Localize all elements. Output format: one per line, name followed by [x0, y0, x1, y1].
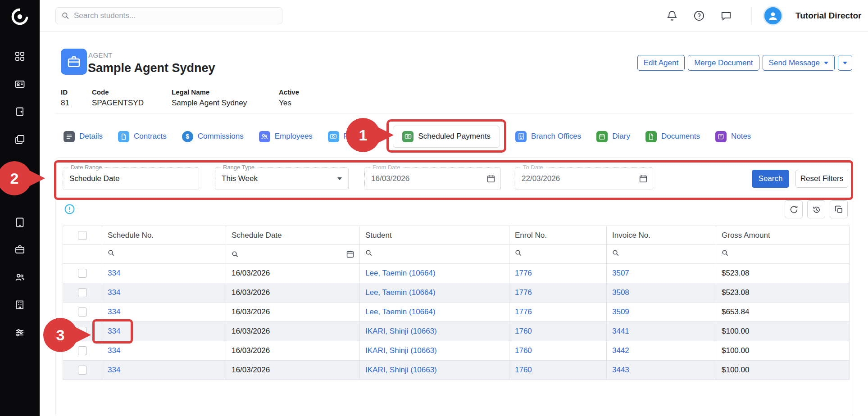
- column-header[interactable]: Enrol No.: [509, 226, 607, 245]
- sidebar-item-organisation[interactable]: [10, 295, 30, 314]
- calendar-icon: [346, 250, 354, 258]
- sliders-icon: [14, 327, 25, 338]
- tab-documents[interactable]: Documents: [645, 131, 700, 142]
- sidebar-item-settings[interactable]: [10, 323, 30, 342]
- agent-entity-icon: [61, 49, 87, 75]
- edit-agent-button[interactable]: Edit Agent: [637, 55, 685, 71]
- merge-document-button[interactable]: Merge Document: [688, 55, 759, 71]
- row-checkbox[interactable]: [78, 327, 87, 336]
- sidebar-item-dashboard[interactable]: [10, 47, 30, 66]
- tab-contracts[interactable]: Contracts: [118, 131, 167, 142]
- column-filter[interactable]: [360, 245, 509, 264]
- tab-payments[interactable]: Payments: [328, 131, 378, 142]
- invoice-no-link[interactable]: 3507: [612, 269, 629, 277]
- enrol-no-link[interactable]: 1760: [515, 366, 532, 374]
- sidebar-item-reports[interactable]: [10, 213, 30, 232]
- to-date-field[interactable]: To Date 22/03/2026: [515, 167, 653, 190]
- select-all-checkbox[interactable]: [78, 231, 87, 240]
- enrol-no-link[interactable]: 1776: [515, 288, 532, 297]
- tab-label: Branch Offices: [531, 132, 581, 141]
- date-range-field[interactable]: Date Range Schedule Date: [63, 167, 199, 190]
- invoice-no-link[interactable]: 3509: [612, 307, 629, 316]
- sidebar-item-classes[interactable]: [10, 130, 30, 149]
- enrol-no-link[interactable]: 1776: [515, 307, 532, 316]
- student-link[interactable]: Lee, Taemin (10664): [365, 269, 436, 277]
- column-filter[interactable]: [716, 245, 850, 264]
- row-checkbox[interactable]: [78, 366, 87, 375]
- search-input[interactable]: [74, 11, 276, 20]
- header-actions: Edit Agent Merge Document Send Message: [637, 55, 852, 71]
- sidebar-item-enrolments[interactable]: [10, 102, 30, 121]
- more-actions-button[interactable]: [838, 55, 852, 71]
- invoice-no-link[interactable]: 3442: [612, 346, 629, 355]
- schedule-no-link[interactable]: 334: [108, 366, 120, 374]
- column-filter[interactable]: [509, 245, 607, 264]
- row-checkbox[interactable]: [78, 307, 87, 317]
- tab-diary[interactable]: Diary: [596, 131, 630, 142]
- enrol-no-link[interactable]: 1760: [515, 346, 532, 355]
- row-checkbox[interactable]: [78, 288, 87, 297]
- to-date-label: To Date: [521, 164, 545, 171]
- help-button[interactable]: [693, 9, 705, 22]
- invoice-no-link[interactable]: 3508: [612, 288, 629, 297]
- range-type-select[interactable]: Range Type This Week: [215, 167, 349, 190]
- column-filter[interactable]: [102, 245, 226, 264]
- row-checkbox[interactable]: [78, 269, 87, 278]
- column-header[interactable]: Schedule Date: [226, 226, 360, 245]
- column-header[interactable]: Schedule No.: [102, 226, 226, 245]
- enrol-no-link[interactable]: 1760: [515, 327, 532, 335]
- schedule-no-link[interactable]: 334: [108, 327, 120, 335]
- scheduled-payments-grid: Schedule No. Schedule Date Student Enrol…: [63, 226, 850, 380]
- tab-label: Documents: [661, 132, 700, 141]
- student-link[interactable]: IKARI, Shinji (10663): [365, 366, 437, 374]
- column-filter[interactable]: [607, 245, 716, 264]
- tab-label: Notes: [731, 132, 751, 141]
- invoice-no-link[interactable]: 3441: [612, 327, 629, 335]
- from-date-field[interactable]: From Date 16/03/2026: [364, 167, 501, 190]
- schedule-no-link[interactable]: 334: [108, 346, 120, 355]
- sidebar-item-staff[interactable]: [10, 268, 30, 287]
- search-button[interactable]: Search: [752, 170, 789, 188]
- sidebar-item-agents[interactable]: [10, 240, 30, 259]
- tab-employees[interactable]: Employees: [259, 131, 313, 142]
- invoice-no-link[interactable]: 3443: [612, 366, 629, 374]
- schedule-no-link[interactable]: 334: [108, 307, 120, 316]
- grid-info-icon[interactable]: [64, 203, 75, 215]
- student-search[interactable]: [55, 7, 282, 24]
- student-link[interactable]: Lee, Taemin (10664): [365, 307, 436, 316]
- column-filter[interactable]: [226, 245, 360, 264]
- column-header[interactable]: Invoice No.: [607, 226, 716, 245]
- schedule-no-link[interactable]: 334: [108, 269, 120, 277]
- active-tab-wrap: Scheduled Payments: [393, 126, 500, 148]
- tab-details[interactable]: Details: [64, 131, 103, 142]
- tab-label: Employees: [275, 132, 313, 141]
- refresh-button[interactable]: [785, 200, 803, 218]
- tab-scheduled-payments[interactable]: Scheduled Payments: [393, 126, 500, 148]
- schedule-no-link[interactable]: 334: [108, 288, 120, 297]
- user-icon: [767, 10, 779, 22]
- column-header[interactable]: Gross Amount: [716, 226, 850, 245]
- column-header[interactable]: Student: [360, 226, 509, 245]
- notifications-button[interactable]: [666, 9, 678, 22]
- send-message-button[interactable]: Send Message: [763, 55, 835, 71]
- history-button[interactable]: [807, 200, 825, 218]
- app-logo[interactable]: [9, 6, 30, 27]
- copy-button[interactable]: [830, 200, 848, 218]
- user-name[interactable]: Tutorial Director: [795, 0, 861, 32]
- student-link[interactable]: IKARI, Shinji (10663): [365, 346, 437, 355]
- tab-commissions[interactable]: $ Commissions: [182, 131, 244, 142]
- sidebar-item-contacts[interactable]: [10, 75, 30, 94]
- student-link[interactable]: IKARI, Shinji (10663): [365, 327, 437, 335]
- student-link[interactable]: Lee, Taemin (10664): [365, 288, 436, 297]
- messages-button[interactable]: [720, 9, 732, 22]
- reset-filters-button[interactable]: Reset Filters: [795, 170, 848, 188]
- schedule-date-cell: 16/03/2026: [226, 264, 360, 283]
- tab-branch-offices[interactable]: Branch Offices: [515, 131, 581, 142]
- enrol-no-link[interactable]: 1776: [515, 269, 532, 277]
- row-checkbox[interactable]: [78, 346, 87, 355]
- employees-icon: [259, 131, 270, 142]
- avatar[interactable]: [763, 6, 783, 26]
- tab-notes[interactable]: Notes: [715, 131, 751, 142]
- header-divider: [55, 113, 853, 114]
- table-row: 334 16/03/2026 Lee, Taemin (10664) 1776 …: [63, 303, 850, 322]
